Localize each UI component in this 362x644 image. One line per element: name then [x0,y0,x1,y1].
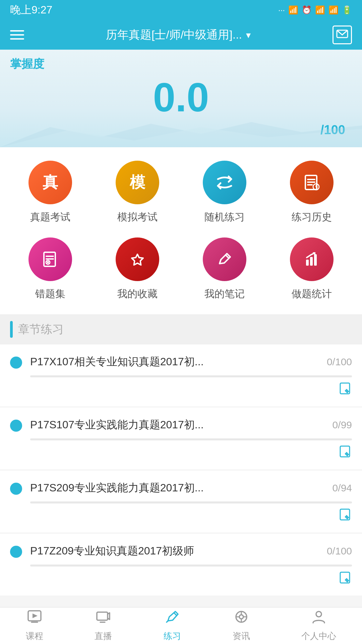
header-title: 历年真题[士/师/中级通用]... [106,27,242,43]
grid-row-1: 真 真题考试 模 模拟考试 随机练习 [7,161,355,224]
live-icon [96,609,111,628]
list-item-title: P17X107相关专业知识真题2017初... [30,355,320,369]
edit-icon[interactable] [339,571,352,587]
main-content: 掌握度 0.0 /100 真 真题考试 模 模拟考试 [0,50,362,637]
lian-xi-icon [290,161,334,204]
section-header-bar [10,321,13,338]
cuo-ti-icon [28,237,72,281]
wifi-icon: 📶 [328,5,339,15]
svg-rect-16 [306,260,309,266]
nav-item-profile[interactable]: 个人中心 [295,606,343,644]
header-title-wrap[interactable]: 历年真题[士/师/中级通用]... ▾ [106,27,251,43]
grid-item-shou-cang[interactable]: 我的收藏 [104,237,171,301]
list-item-title: P17S107专业实践能力真题2017初... [30,418,326,432]
status-icons: ··· 📶 ⏰ 📶 📶 🔋 [278,5,352,15]
chapter-section-label: 章节练习 [18,322,64,337]
edit-icon[interactable] [339,382,352,398]
svg-point-35 [239,615,243,619]
grid-item-bi-ji[interactable]: 我的笔记 [191,237,258,301]
svg-rect-17 [310,257,313,266]
app-header: 历年真题[士/师/中级通用]... ▾ [0,20,362,50]
shou-cang-icon [116,237,159,281]
edit-icon[interactable] [339,445,352,461]
nav-label-practice: 练习 [164,630,181,642]
list-progress-bar [30,438,352,440]
sui-ji-icon [203,161,246,204]
list-item[interactable]: P17S107专业实践能力真题2017初... 0/99 [0,408,362,470]
list-progress-bar [30,375,352,377]
nav-label-news: 资讯 [233,630,250,642]
grid-item-cuo-ti[interactable]: 错题集 [17,237,84,301]
bottom-nav: 课程 直播 练习 [0,607,362,644]
list-item[interactable]: P17X107相关专业知识真题2017初... 0/100 [0,344,362,407]
profile-icon [311,609,326,628]
list-item-score: 0/99 [326,419,352,431]
list-item[interactable]: P17S209专业实践能力真题2017初... 0/94 [0,471,362,533]
grid-menu-section: 真 真题考试 模 模拟考试 随机练习 [0,147,362,314]
mastery-section: 掌握度 0.0 /100 [0,50,362,147]
grid-item-tong-ji[interactable]: 做题统计 [278,237,345,301]
nav-item-practice[interactable]: 练习 [157,606,188,644]
list-item-content: P17X107相关专业知识真题2017初... 0/100 [30,355,352,403]
svg-rect-30 [97,612,108,620]
grid-item-sui-ji[interactable]: 随机练习 [191,161,258,224]
chapter-list: P17X107相关专业知识真题2017初... 0/100 [0,344,362,596]
bi-ji-label: 我的笔记 [204,287,245,301]
grid-item-lian-xi[interactable]: 练习历史 [278,161,345,224]
dots-icon: ··· [278,5,285,15]
list-dot [10,420,22,432]
list-item-score: 0/94 [326,482,352,494]
nav-label-live: 直播 [95,630,112,642]
list-progress-bar [30,501,352,503]
zhen-ti-icon: 真 [28,161,72,204]
mo-ni-icon: 模 [116,161,159,204]
lian-xi-label: 练习历史 [292,210,332,224]
nav-item-course[interactable]: 课程 [19,606,50,644]
news-icon [234,609,249,628]
svg-point-40 [316,611,321,617]
list-item-content: P17Z209专业知识真题2017初级师 0/100 [30,544,352,592]
sui-ji-label: 随机练习 [204,210,245,224]
list-item-content: P17S107专业实践能力真题2017初... 0/99 [30,418,352,466]
list-dot [10,483,22,495]
shou-cang-label: 我的收藏 [117,287,158,301]
message-button[interactable] [333,25,352,44]
status-time: 晚上9:27 [10,3,52,17]
tong-ji-icon [290,237,334,281]
list-item-content: P17S209专业实践能力真题2017初... 0/94 [30,481,352,529]
list-dot [10,546,22,558]
status-bar: 晚上9:27 ··· 📶 ⏰ 📶 📶 🔋 [0,0,362,20]
chapter-section-header: 章节练习 [0,314,362,344]
list-item-title: P17S209专业实践能力真题2017初... [30,481,326,495]
grid-row-2: 错题集 我的收藏 我的笔记 [7,237,355,301]
grid-item-zhen-ti[interactable]: 真 真题考试 [17,161,84,224]
mo-ni-label: 模拟考试 [117,210,158,224]
mastery-label: 掌握度 [10,56,352,72]
list-item-score: 0/100 [320,545,352,557]
chevron-down-icon: ▾ [246,30,251,41]
signal-icon: 📶 [315,5,325,15]
list-item[interactable]: P17Z209专业知识真题2017初级师 0/100 [0,534,362,596]
grid-item-mo-ni[interactable]: 模 模拟考试 [104,161,171,224]
course-icon [27,609,42,628]
mastery-score: 0.0 [10,75,352,119]
practice-icon [165,609,180,628]
nav-item-news[interactable]: 资讯 [226,606,257,644]
list-item-score: 0/100 [320,356,352,368]
svg-marker-29 [33,613,38,618]
tong-ji-label: 做题统计 [292,287,332,301]
svg-rect-18 [314,254,317,266]
bi-ji-icon [203,237,246,281]
edit-icon[interactable] [339,508,352,524]
list-progress-bar [30,565,352,567]
menu-button[interactable] [10,30,24,40]
nav-item-live[interactable]: 直播 [88,606,119,644]
svg-line-33 [167,621,168,622]
alarm-icon: ⏰ [302,5,312,15]
bluetooth-icon: 📶 [288,5,298,15]
nav-label-course: 课程 [26,630,43,642]
battery-icon: 🔋 [342,5,352,15]
cuo-ti-label: 错题集 [35,287,65,301]
nav-label-profile: 个人中心 [301,630,336,642]
list-item-title: P17Z209专业知识真题2017初级师 [30,544,320,558]
